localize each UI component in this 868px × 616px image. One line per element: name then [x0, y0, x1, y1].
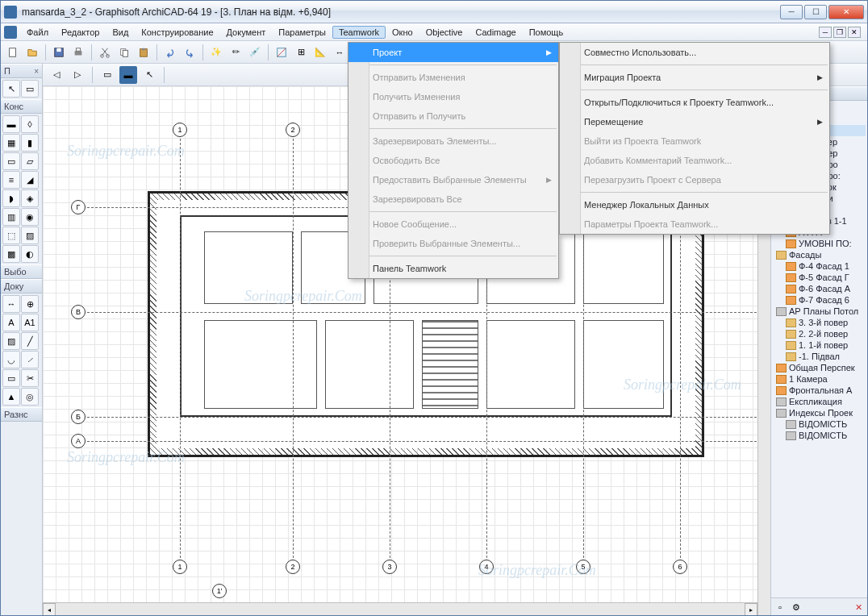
skylight-tool[interactable]: ◈: [21, 189, 39, 207]
tree-item[interactable]: Общая Перспек: [773, 362, 866, 373]
maximize-button[interactable]: ☐: [804, 5, 827, 19]
panel-header-5[interactable]: Разнс: [1, 407, 42, 422]
nav-new-button[interactable]: ▫: [773, 600, 787, 614]
tree-item[interactable]: Фасады: [773, 249, 866, 260]
shell-tool[interactable]: ◗: [2, 189, 20, 207]
menu-item[interactable]: Перемещение▶: [560, 112, 829, 131]
tree-item[interactable]: 3. 3-й повер: [773, 317, 866, 328]
menu-editor[interactable]: Редактор: [55, 26, 106, 39]
menu-cadimage[interactable]: Cadimage: [469, 26, 522, 39]
tree-item[interactable]: -1. Підвал: [773, 351, 866, 362]
tree-item[interactable]: Индексы Проек: [773, 407, 866, 418]
arc-tool[interactable]: ◡: [2, 351, 20, 368]
menu-options[interactable]: Параметры: [272, 26, 332, 39]
magic-wand-button[interactable]: ✨: [207, 44, 225, 61]
label-tool[interactable]: A1: [21, 314, 39, 331]
zone-tool[interactable]: ▨: [21, 227, 39, 244]
menu-item[interactable]: Панель Teamwork: [348, 259, 558, 278]
dimension-button[interactable]: ↔: [331, 44, 348, 61]
panel-header-1[interactable]: П×: [1, 64, 42, 78]
door-tool[interactable]: ◊: [21, 115, 39, 133]
polyline-tool[interactable]: ⟋: [21, 351, 39, 368]
tree-item[interactable]: Ф-6 Фасад А: [773, 283, 866, 294]
cut-button[interactable]: [96, 44, 114, 61]
menu-item[interactable]: Миграция Проекта▶: [560, 68, 829, 87]
menu-window[interactable]: Окно: [386, 26, 419, 39]
menu-help[interactable]: Помощь: [523, 26, 570, 39]
syringe-button[interactable]: 💉: [246, 44, 264, 61]
grid-snap-button[interactable]: ⊞: [292, 44, 310, 61]
arrow-tool[interactable]: ↖: [2, 80, 20, 98]
nav-settings-button[interactable]: ⚙: [789, 600, 803, 614]
stair-tool[interactable]: ≡: [2, 171, 20, 189]
copy-button[interactable]: [115, 44, 133, 61]
column-tool[interactable]: ▮: [21, 134, 39, 152]
tree-item[interactable]: Ф-4 Фасад 1: [773, 260, 866, 272]
wall-tool[interactable]: ▬: [2, 115, 20, 133]
morph-tool[interactable]: ◉: [21, 208, 39, 226]
object-tool[interactable]: ⬚: [2, 227, 20, 244]
dimension-tool[interactable]: ↔: [2, 295, 20, 313]
menu-view[interactable]: Вид: [106, 26, 135, 39]
close-button[interactable]: ✕: [828, 5, 864, 19]
menu-item[interactable]: Открыть/Подключиться к Проекту Teamwork.…: [560, 93, 829, 112]
curtainwall-tool[interactable]: ▥: [2, 208, 20, 226]
section-tool[interactable]: ✂: [21, 369, 39, 387]
panel-header-2[interactable]: Конс: [1, 99, 42, 114]
view-back-button[interactable]: ◁: [48, 66, 65, 84]
minimize-button[interactable]: ─: [780, 5, 803, 19]
window-tool[interactable]: ▦: [2, 134, 20, 152]
beam-tool[interactable]: ▭: [2, 152, 20, 170]
tree-item[interactable]: Ф-7 Фасад 6: [773, 294, 866, 306]
mdi-restore[interactable]: ❐: [833, 27, 846, 38]
tree-item[interactable]: 2. 2-й повер: [773, 328, 866, 339]
tree-item[interactable]: УМОВНІ ПО:: [773, 238, 866, 249]
menu-design[interactable]: Конструирование: [135, 26, 219, 39]
save-button[interactable]: [50, 44, 68, 61]
panel-header-3[interactable]: Выбо: [1, 264, 42, 279]
menu-item[interactable]: Менеджер Локальных Данных: [560, 195, 829, 214]
menu-teamwork[interactable]: Teamwork: [332, 26, 386, 39]
paste-button[interactable]: [135, 44, 152, 61]
tree-item[interactable]: Експликация: [773, 396, 866, 407]
open-button[interactable]: [23, 44, 41, 61]
app-menu-icon[interactable]: [4, 26, 17, 39]
scroll-right-button[interactable]: ▸: [745, 603, 757, 615]
print-button[interactable]: [69, 44, 87, 61]
tree-item[interactable]: ВІДОМІСТЬ: [773, 418, 866, 430]
marquee-mode[interactable]: ▭: [98, 66, 116, 84]
mdi-close[interactable]: ✕: [848, 27, 861, 38]
mdi-minimize[interactable]: ─: [819, 27, 832, 38]
panel-header-4[interactable]: Доку: [1, 279, 42, 293]
tree-item[interactable]: Ф-5 Фасад Г: [773, 272, 866, 283]
tree-item[interactable]: 1 Камера: [773, 373, 866, 385]
detail-tool[interactable]: ◎: [21, 388, 39, 406]
select-mode[interactable]: ▬: [119, 66, 137, 84]
marquee-tool[interactable]: ▭: [21, 80, 39, 98]
fill-tool[interactable]: ▨: [2, 332, 20, 350]
menu-file[interactable]: Файл: [20, 26, 55, 39]
drawing-tool[interactable]: ▭: [2, 369, 20, 387]
tree-item[interactable]: 1. 1-й повер: [773, 339, 866, 351]
tree-item[interactable]: АР Планы Потол: [773, 306, 866, 317]
mesh-tool[interactable]: ▩: [2, 245, 20, 263]
view-fwd-button[interactable]: ▷: [69, 66, 86, 84]
menu-item[interactable]: Проект▶: [348, 43, 558, 62]
slab-tool[interactable]: ▱: [21, 152, 39, 170]
horizontal-scrollbar[interactable]: ◂ ▸: [43, 602, 757, 615]
text-tool[interactable]: A: [2, 314, 20, 331]
scroll-left-button[interactable]: ◂: [43, 603, 56, 615]
menu-objective[interactable]: Objective: [419, 26, 469, 39]
undo-button[interactable]: [161, 44, 179, 61]
menu-item[interactable]: Совместно Использовать...: [560, 43, 829, 62]
tree-item[interactable]: ВІДОМІСТЬ: [773, 430, 866, 441]
roof-tool[interactable]: ◢: [21, 171, 39, 189]
line-tool[interactable]: ╱: [21, 332, 39, 350]
lamp-tool[interactable]: ◐: [21, 245, 39, 263]
tree-item[interactable]: Фронтальная А: [773, 385, 866, 396]
ruler-button[interactable]: 📐: [311, 44, 329, 61]
eyedropper-button[interactable]: ✏: [227, 44, 244, 61]
new-button[interactable]: [4, 44, 22, 61]
level-tool[interactable]: ⊕: [21, 295, 39, 313]
nav-delete-button[interactable]: ✕: [851, 600, 866, 614]
